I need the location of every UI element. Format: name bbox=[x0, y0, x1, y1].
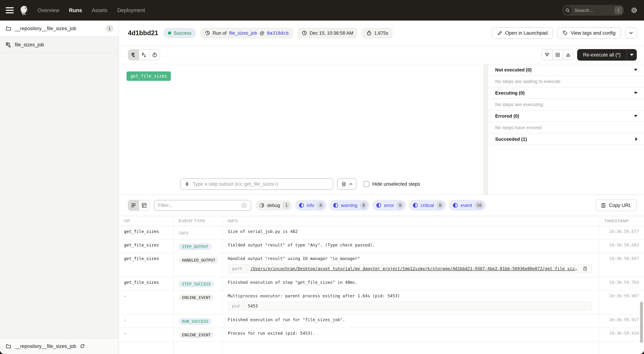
hide-unselected-steps-option[interactable]: Hide unselected steps bbox=[363, 181, 420, 187]
log-table-filler bbox=[119, 341, 644, 354]
toggle-warning[interactable]: warning 0 bbox=[330, 200, 370, 211]
log-info: Process for run exited (pid: 5453). bbox=[223, 328, 599, 341]
toggle-info[interactable]: info 4 bbox=[295, 200, 326, 211]
open-in-launchpad-button[interactable]: Open in Launchpad bbox=[492, 27, 553, 39]
run-duration-chip: 1.675s bbox=[362, 28, 393, 39]
gantt-chart-pane[interactable]: get_file_sizes bbox=[119, 64, 484, 195]
toggle-half-circle-icon bbox=[299, 203, 304, 208]
run-actions-dropdown-button[interactable] bbox=[625, 27, 637, 39]
nav-item-deployment[interactable]: Deployment bbox=[117, 8, 145, 13]
gantt-waterfall-view-button[interactable] bbox=[139, 50, 149, 60]
view-tags-config-button[interactable]: View tags and config bbox=[557, 27, 621, 39]
gantt-scrollbar-gutter[interactable] bbox=[484, 64, 488, 195]
reexecute-all-button[interactable]: Re-execute all (*) bbox=[577, 49, 626, 61]
hide-unselected-label: Hide unselected steps bbox=[372, 181, 420, 187]
toggle-debug[interactable]: debug 1 bbox=[256, 200, 292, 211]
status-section-errored[interactable]: Errored (0) bbox=[488, 110, 644, 122]
section-caption: No steps are executing bbox=[495, 102, 543, 107]
graph-query-options-button[interactable] bbox=[337, 178, 357, 190]
search-shortcut-key: / bbox=[614, 6, 622, 14]
log-filter-field[interactable] bbox=[154, 200, 251, 211]
job-label: file_sizes_job bbox=[15, 42, 113, 48]
hide-unselected-checkbox[interactable] bbox=[363, 181, 370, 187]
section-title: Executing (0) bbox=[495, 90, 634, 96]
event-type-badge: RUN_SUCCESS bbox=[179, 318, 212, 325]
sidebar-footer-repository[interactable]: __repository__file_sizes_job bbox=[0, 338, 118, 354]
log-timestamp: 10:36:59.907 bbox=[599, 291, 644, 314]
sidebar-item-job[interactable]: file_sizes_job bbox=[0, 37, 118, 53]
toggle-half-circle-icon bbox=[453, 203, 458, 208]
log-structured-view-button[interactable] bbox=[139, 200, 149, 210]
toggle-event[interactable]: event 16 bbox=[449, 200, 486, 211]
status-section-executing[interactable]: Executing (0) bbox=[488, 87, 644, 99]
log-op: - bbox=[119, 328, 174, 341]
run-status-badge[interactable]: Success bbox=[163, 28, 196, 38]
status-section-succeeded[interactable]: Succeeded (1) bbox=[488, 133, 644, 145]
log-row[interactable]: - ENGINE_EVENT Multiprocess executor: pa… bbox=[119, 291, 644, 314]
toggle-critical[interactable]: critical 0 bbox=[409, 200, 446, 211]
toggle-half-circle-icon bbox=[333, 203, 338, 208]
log-timestamp: 10:36:59.703 bbox=[599, 277, 644, 291]
log-toolbar: debug 1 info 4 warning bbox=[119, 195, 644, 216]
toggle-half-circle-icon bbox=[413, 203, 418, 208]
run-toolbar-right: Re-execute all (*) bbox=[542, 49, 637, 61]
metadata-label: path bbox=[228, 265, 246, 273]
log-row[interactable]: - RUN_SUCCESS Finished execution of run … bbox=[119, 314, 644, 328]
folder-icon bbox=[6, 26, 11, 31]
search-input[interactable] bbox=[574, 8, 612, 13]
commit-sha-link[interactable]: 0a318dcb bbox=[267, 31, 288, 36]
step-subset-field[interactable] bbox=[180, 178, 333, 190]
gantt-flat-view-button[interactable] bbox=[128, 50, 139, 60]
nav-item-runs[interactable]: Runs bbox=[69, 8, 82, 13]
sidebar-item-repository[interactable]: __repository__file_sizes_job 1 bbox=[0, 21, 118, 37]
log-scrollbar-thumb[interactable] bbox=[640, 302, 643, 343]
open-in-launchpad-label: Open in Launchpad bbox=[505, 30, 548, 36]
log-row[interactable]: get_file_sizes STEP_SUCCESS Finished exe… bbox=[119, 277, 644, 291]
status-section-not-executed[interactable]: Not executed (0) bbox=[488, 64, 644, 76]
column-header-timestamp: TIMESTAMP bbox=[599, 216, 644, 226]
copy-to-clipboard-icon[interactable] bbox=[583, 266, 588, 271]
copy-url-button[interactable]: Copy URL bbox=[596, 200, 637, 211]
nav-item-assets[interactable]: Assets bbox=[92, 8, 108, 13]
log-row[interactable]: - ENGINE_EVENT Process for run exited (p… bbox=[119, 328, 644, 341]
reload-icon[interactable] bbox=[80, 344, 85, 349]
status-caption-row: No steps have errored bbox=[488, 122, 644, 133]
log-timestamp: 10:36:59.683 bbox=[599, 240, 644, 253]
log-info: Size of serial_job.py is 482 bbox=[223, 226, 599, 240]
log-row[interactable]: get_file_sizes HANDLED_OUTPUT Handled ou… bbox=[119, 253, 644, 277]
toggle-label: warning bbox=[341, 203, 357, 208]
gantt-flat-icon bbox=[131, 52, 136, 58]
nav-item-overview[interactable]: Overview bbox=[38, 8, 59, 13]
event-type-badge: ENGINE_EVENT bbox=[179, 332, 214, 338]
toggle-label: info bbox=[307, 203, 314, 208]
job-link[interactable]: file_sizes_job bbox=[229, 30, 257, 36]
column-header-op: OP bbox=[119, 216, 174, 226]
log-list-view-button[interactable] bbox=[128, 200, 139, 210]
path-link[interactable]: /Users/erincochran/Desktop/asset_tutoria… bbox=[250, 266, 580, 271]
stopwatch-icon bbox=[366, 30, 372, 36]
global-search[interactable]: / bbox=[562, 5, 624, 16]
toggle-error[interactable]: error 0 bbox=[372, 200, 406, 211]
gear-icon[interactable] bbox=[631, 7, 638, 14]
clear-filter-icon[interactable] bbox=[241, 203, 247, 208]
expand-top-panel-button[interactable] bbox=[563, 50, 573, 60]
expand-up-icon bbox=[566, 52, 571, 58]
dagster-logo-icon[interactable] bbox=[19, 5, 30, 16]
hamburger-menu-icon[interactable] bbox=[6, 7, 14, 13]
split-panels-button[interactable] bbox=[552, 50, 563, 60]
gantt-timer-view-button[interactable] bbox=[149, 50, 160, 60]
reexecute-dropdown-button[interactable] bbox=[626, 49, 637, 61]
split-panels-icon bbox=[555, 52, 560, 58]
step-subset-input[interactable] bbox=[192, 181, 329, 187]
top-nav: Overview Runs Assets Deployment / bbox=[0, 0, 644, 21]
structured-view-icon bbox=[142, 203, 147, 208]
log-row[interactable]: get_file_sizes INFO Size of serial_job.p… bbox=[119, 226, 644, 240]
caret-down-icon bbox=[630, 54, 634, 56]
expand-bottom-panel-button[interactable] bbox=[542, 50, 552, 60]
gantt-step-bar[interactable]: get_file_sizes bbox=[126, 71, 171, 81]
log-row[interactable]: get_file_sizes STEP_OUTPUT Yielded outpu… bbox=[119, 240, 644, 253]
log-filter-input[interactable] bbox=[158, 203, 238, 208]
event-type-badge: HANDLED_OUTPUT bbox=[179, 257, 218, 264]
step-status-panel: Not executed (0) No steps are waiting to… bbox=[488, 64, 644, 195]
log-info: Handled output "result" using IO manager… bbox=[223, 253, 599, 277]
